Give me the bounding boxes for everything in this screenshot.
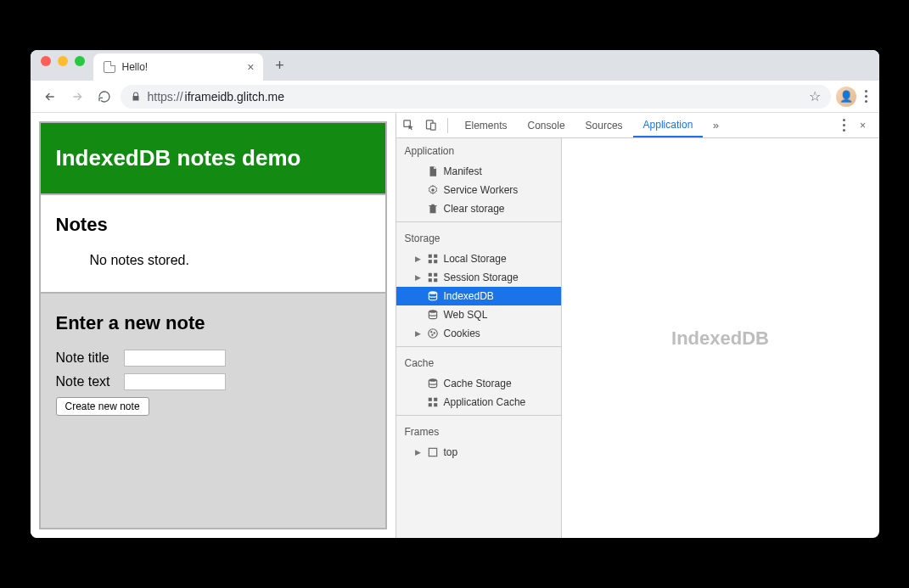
page-banner: IndexedDB notes demo xyxy=(41,123,385,195)
trash-icon xyxy=(427,203,439,215)
svg-point-12 xyxy=(429,291,436,294)
note-text-input[interactable] xyxy=(124,373,226,390)
more-tabs-button[interactable]: » xyxy=(706,116,725,135)
tab-elements[interactable]: Elements xyxy=(455,113,518,137)
devtools-panel: Elements Console Sources Application » × xyxy=(396,113,879,538)
sidebar-item-service-workers[interactable]: ▶ Service Workers xyxy=(396,181,561,199)
svg-rect-20 xyxy=(434,398,437,401)
url-scheme: https:// xyxy=(148,90,183,104)
page-viewport: IndexedDB notes demo Notes No notes stor… xyxy=(31,113,396,538)
grid-icon xyxy=(427,272,439,283)
svg-rect-2 xyxy=(431,123,436,130)
svg-rect-23 xyxy=(429,448,436,456)
create-note-button[interactable]: Create new note xyxy=(56,397,149,416)
database-icon xyxy=(427,378,439,389)
svg-point-3 xyxy=(431,188,435,192)
sidebar-group-frames: Frames xyxy=(396,419,561,443)
browser-tab[interactable]: Hello! × xyxy=(93,53,263,81)
bookmark-star-icon[interactable]: ☆ xyxy=(809,88,821,104)
svg-rect-4 xyxy=(428,255,431,258)
new-tab-button[interactable]: + xyxy=(268,53,292,77)
sidebar-item-manifest[interactable]: ▶ Manifest xyxy=(396,162,561,181)
browser-menu-button[interactable] xyxy=(861,87,871,106)
cookie-icon xyxy=(427,328,439,339)
tab-title: Hello! xyxy=(122,61,149,73)
tab-console[interactable]: Console xyxy=(518,113,575,137)
notes-empty-message: No notes stored. xyxy=(90,253,370,268)
sidebar-item-cookies[interactable]: ▶ Cookies xyxy=(396,324,561,343)
devtools-menu-button[interactable] xyxy=(839,115,849,135)
svg-point-15 xyxy=(430,332,431,333)
svg-rect-22 xyxy=(434,403,437,406)
sidebar-group-storage: Storage xyxy=(396,226,561,249)
maximize-window-button[interactable] xyxy=(75,56,85,66)
svg-rect-11 xyxy=(434,278,437,282)
close-window-button[interactable] xyxy=(41,56,51,66)
svg-rect-21 xyxy=(428,403,431,406)
sidebar-item-session-storage[interactable]: ▶ Session Storage xyxy=(396,268,561,287)
notes-heading: Notes xyxy=(56,214,370,236)
devtools-header: Elements Console Sources Application » × xyxy=(396,113,879,138)
svg-point-13 xyxy=(429,310,436,313)
note-title-label: Note title xyxy=(56,350,124,366)
sidebar-item-websql[interactable]: ▶ Web SQL xyxy=(396,305,561,324)
new-note-form: Enter a new note Note title Note text Cr… xyxy=(41,292,385,528)
note-title-input[interactable] xyxy=(124,350,226,367)
form-heading: Enter a new note xyxy=(56,312,370,334)
svg-rect-8 xyxy=(428,273,431,277)
browser-toolbar: https://iframeidb.glitch.me ☆ 👤 xyxy=(31,81,879,113)
reload-button[interactable] xyxy=(93,86,115,108)
sidebar-item-cache-storage[interactable]: ▶ Cache Storage xyxy=(396,374,561,393)
tab-application[interactable]: Application xyxy=(633,113,704,137)
content-area: IndexedDB notes demo Notes No notes stor… xyxy=(31,113,879,538)
svg-point-17 xyxy=(431,334,432,335)
back-button[interactable] xyxy=(39,86,61,108)
svg-rect-19 xyxy=(428,398,431,401)
sidebar-item-application-cache[interactable]: ▶ Application Cache xyxy=(396,393,561,412)
main-placeholder-text: IndexedDB xyxy=(671,328,769,350)
application-sidebar: Application ▶ Manifest ▶ Service Workers xyxy=(396,138,562,538)
note-text-label: Note text xyxy=(56,374,124,389)
svg-point-16 xyxy=(434,333,435,333)
svg-rect-7 xyxy=(434,260,437,263)
sidebar-item-indexeddb[interactable]: ▶ IndexedDB xyxy=(396,287,561,305)
grid-icon xyxy=(427,396,439,408)
tab-strip: Hello! × + xyxy=(31,50,879,81)
profile-avatar[interactable]: 👤 xyxy=(836,87,856,107)
browser-window: Hello! × + https://iframeidb.glitch.me ☆… xyxy=(31,50,879,538)
forward-button[interactable] xyxy=(66,86,88,108)
inspect-element-icon[interactable] xyxy=(400,116,418,135)
svg-point-14 xyxy=(428,329,437,339)
minimize-window-button[interactable] xyxy=(58,56,68,66)
notes-section: Notes No notes stored. xyxy=(41,195,385,292)
close-devtools-button[interactable]: × xyxy=(854,116,873,135)
sidebar-item-top-frame[interactable]: ▶ top xyxy=(396,443,561,462)
database-icon xyxy=(427,290,439,302)
sidebar-group-application: Application xyxy=(396,138,561,162)
manifest-icon xyxy=(427,165,439,177)
frame-icon xyxy=(427,446,439,458)
device-toolbar-icon[interactable] xyxy=(422,116,440,135)
svg-rect-6 xyxy=(428,260,431,263)
window-controls xyxy=(37,56,93,75)
sidebar-group-cache: Cache xyxy=(396,350,561,374)
tab-sources[interactable]: Sources xyxy=(575,113,633,137)
svg-rect-9 xyxy=(434,273,437,277)
url-text: iframeidb.glitch.me xyxy=(185,90,285,104)
page-icon xyxy=(104,61,115,73)
page-body: IndexedDB notes demo Notes No notes stor… xyxy=(39,121,387,529)
lock-icon xyxy=(131,92,141,102)
gear-icon xyxy=(427,184,439,196)
sidebar-item-clear-storage[interactable]: ▶ Clear storage xyxy=(396,199,561,218)
svg-point-18 xyxy=(429,378,436,382)
address-bar[interactable]: https://iframeidb.glitch.me ☆ xyxy=(121,85,831,109)
page-title: IndexedDB notes demo xyxy=(56,145,370,171)
sidebar-item-local-storage[interactable]: ▶ Local Storage xyxy=(396,249,561,268)
svg-rect-5 xyxy=(434,255,437,258)
grid-icon xyxy=(427,253,439,265)
application-main-panel: IndexedDB xyxy=(562,138,879,538)
close-tab-button[interactable]: × xyxy=(247,60,254,74)
database-icon xyxy=(427,309,439,321)
svg-rect-10 xyxy=(428,278,431,282)
